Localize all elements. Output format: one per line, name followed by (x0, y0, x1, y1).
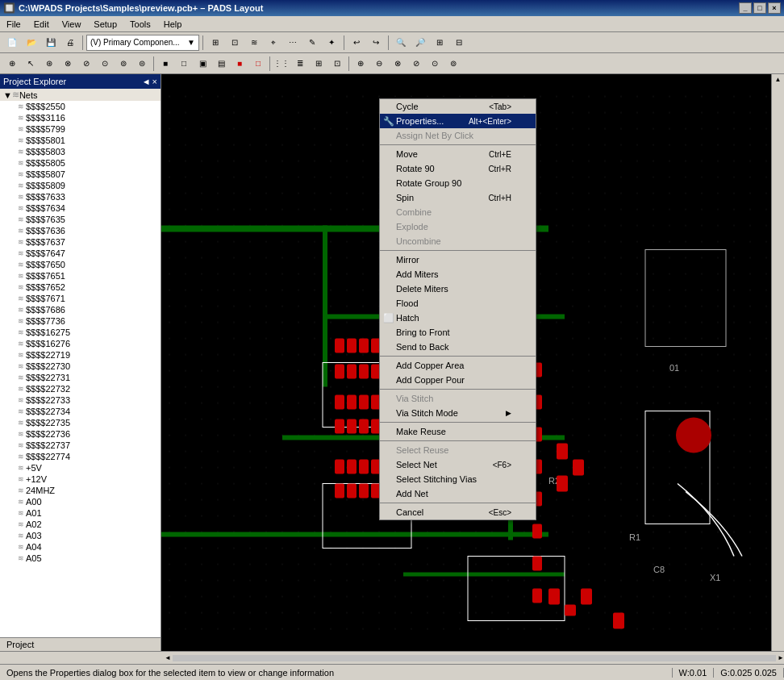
tree-item-7633[interactable]: ≋$$$$7633 (0, 191, 161, 202)
pcb-canvas[interactable]: U2 R2 01 R1 C8 X1 ✛ (161, 74, 771, 651)
tree-item-7634[interactable]: ≋$$$$7634 (0, 202, 161, 214)
tree-item-5809[interactable]: ≋$$$$5809 (0, 180, 161, 191)
menu-file[interactable]: File (0, 16, 27, 31)
tree-item-2550[interactable]: ≋$$$$2550 (0, 101, 161, 112)
right-scrollbar[interactable]: ▲ (771, 74, 784, 651)
tree-item-5V[interactable]: ≋+5V (0, 462, 161, 473)
tb5[interactable]: ≋ (245, 34, 263, 52)
undo-button[interactable]: ↩ (348, 34, 365, 52)
title-bar-controls[interactable]: _ □ × (739, 2, 781, 14)
menu-setup[interactable]: Setup (87, 16, 123, 31)
t2-2[interactable]: ↖ (22, 55, 40, 73)
maximize-button[interactable]: □ (753, 2, 766, 14)
t2-5[interactable]: ⊘ (77, 55, 95, 73)
scroll-right[interactable]: ► (778, 654, 784, 661)
tree-item-A01[interactable]: ≋A01 (0, 507, 161, 519)
t2-10[interactable]: □ (175, 55, 193, 73)
tree-item-7736[interactable]: ≋$$$$7736 (0, 315, 161, 327)
tree-item-22730[interactable]: ≋$$$$22730 (0, 361, 161, 372)
menu-view[interactable]: View (56, 16, 88, 31)
ctx-hatch[interactable]: ⬜ Hatch (380, 311, 536, 325)
menu-edit[interactable]: Edit (27, 16, 56, 31)
tree-item-A00[interactable]: ≋A00 (0, 496, 161, 507)
ctx-via-stitch-mode[interactable]: Via Stitch Mode ▶ (380, 406, 536, 420)
tree-root-nets[interactable]: ▼ ≋ Nets (0, 89, 161, 101)
tree-item-A04[interactable]: ≋A04 (0, 541, 161, 553)
t2-24[interactable]: ⊚ (444, 55, 462, 73)
tree-item-22736[interactable]: ≋$$$$22736 (0, 428, 161, 440)
tree-item-3116[interactable]: ≋$$$$3116 (0, 112, 161, 123)
t2-21[interactable]: ⊗ (389, 55, 407, 73)
tree-item-7651[interactable]: ≋$$$$7651 (0, 270, 161, 282)
ctx-delete-miters[interactable]: Delete Miters (380, 282, 536, 296)
tree-item-22737[interactable]: ≋$$$$22737 (0, 440, 161, 451)
t2-3[interactable]: ⊛ (40, 55, 58, 73)
ctx-cycle[interactable]: Cycle <Tab> (380, 99, 536, 114)
tree-item-22733[interactable]: ≋$$$$22733 (0, 394, 161, 406)
ctx-select-net[interactable]: Select Net <F6> (380, 457, 536, 472)
sidebar-content[interactable]: ▼ ≋ Nets ≋$$$$2550≋$$$$3116≋$$$$5799≋$$$… (0, 89, 161, 637)
ctx-rotate-group90[interactable]: Rotate Group 90 (380, 176, 536, 190)
ctx-properties[interactable]: 🔧 Properties... Alt+<Enter> (380, 114, 536, 128)
tree-item-24MHZ[interactable]: ≋24MHZ (0, 485, 161, 496)
t2-11[interactable]: ▣ (194, 55, 211, 73)
tree-item-7636[interactable]: ≋$$$$7636 (0, 225, 161, 236)
zoom-in[interactable]: 🔍 (392, 34, 410, 52)
tree-item-5803[interactable]: ≋$$$$5803 (0, 146, 161, 157)
tree-item-12V[interactable]: ≋+12V (0, 473, 161, 485)
sidebar-close[interactable]: × (152, 77, 157, 86)
tree-item-5805[interactable]: ≋$$$$5805 (0, 157, 161, 169)
tree-item-5807[interactable]: ≋$$$$5807 (0, 169, 161, 180)
t2-18[interactable]: ⊡ (328, 55, 346, 73)
tree-item-5801[interactable]: ≋$$$$5801 (0, 135, 161, 146)
tree-item-7686[interactable]: ≋$$$$7686 (0, 304, 161, 315)
minimize-button[interactable]: _ (739, 2, 752, 14)
project-tab[interactable]: Project (0, 637, 161, 651)
ctx-flood[interactable]: Flood (380, 296, 536, 311)
t2-17[interactable]: ⊞ (310, 55, 327, 73)
ctx-bring-front[interactable]: Bring to Front (380, 325, 536, 340)
scroll-up[interactable]: ▲ (775, 76, 782, 83)
ctx-mirror[interactable]: Mirror (380, 252, 536, 267)
bottom-scrollbar[interactable]: ◄ ► (0, 651, 784, 664)
ctx-add-copper-pour[interactable]: Add Copper Pour (380, 373, 536, 387)
t2-20[interactable]: ⊖ (370, 55, 388, 73)
ctx-spin[interactable]: Spin Ctrl+H (380, 190, 536, 205)
tree-item-5799[interactable]: ≋$$$$5799 (0, 123, 161, 135)
tree-item-16276[interactable]: ≋$$$$16276 (0, 338, 161, 349)
tree-item-22734[interactable]: ≋$$$$22734 (0, 406, 161, 417)
zoom-fit[interactable]: ⊞ (431, 34, 448, 52)
menu-help[interactable]: Help (157, 16, 189, 31)
save-button[interactable]: 💾 (42, 34, 60, 52)
t2-14[interactable]: □ (249, 55, 267, 73)
ctx-add-net[interactable]: Add Net (380, 486, 536, 501)
tb7[interactable]: ⋯ (284, 34, 302, 52)
sidebar-pin[interactable]: ◄ (142, 77, 151, 86)
t2-8[interactable]: ⊜ (133, 55, 151, 73)
tree-item-A05[interactable]: ≋A05 (0, 553, 161, 564)
tree-item-7650[interactable]: ≋$$$$7650 (0, 259, 161, 270)
scroll-track[interactable] (173, 655, 776, 661)
t2-7[interactable]: ⊚ (115, 55, 132, 73)
ctx-make-reuse[interactable]: Make Reuse (380, 424, 536, 439)
menu-tools[interactable]: Tools (123, 16, 157, 31)
t2-12[interactable]: ▤ (212, 55, 230, 73)
ctx-add-miters[interactable]: Add Miters (380, 267, 536, 282)
close-button[interactable]: × (768, 2, 781, 14)
t2-23[interactable]: ⊙ (426, 55, 444, 73)
zoom-area[interactable]: ⊟ (450, 34, 468, 52)
tree-item-7647[interactable]: ≋$$$$7647 (0, 248, 161, 259)
t2-19[interactable]: ⊕ (352, 55, 369, 73)
tb9[interactable]: ✦ (323, 34, 340, 52)
t2-4[interactable]: ⊗ (59, 55, 77, 73)
tb8[interactable]: ✎ (303, 34, 321, 52)
t2-1[interactable]: ⊕ (3, 55, 21, 73)
scroll-left[interactable]: ◄ (165, 654, 171, 661)
tree-item-16275[interactable]: ≋$$$$16275 (0, 327, 161, 338)
tree-item-7652[interactable]: ≋$$$$7652 (0, 282, 161, 293)
tb3[interactable]: ⊞ (206, 34, 224, 52)
tree-item-22735[interactable]: ≋$$$$22735 (0, 417, 161, 428)
tb6[interactable]: ⌖ (265, 34, 282, 52)
layer-dropdown[interactable]: (V) Primary Componen... ▼ (86, 35, 199, 51)
open-button[interactable]: 📂 (23, 34, 40, 52)
